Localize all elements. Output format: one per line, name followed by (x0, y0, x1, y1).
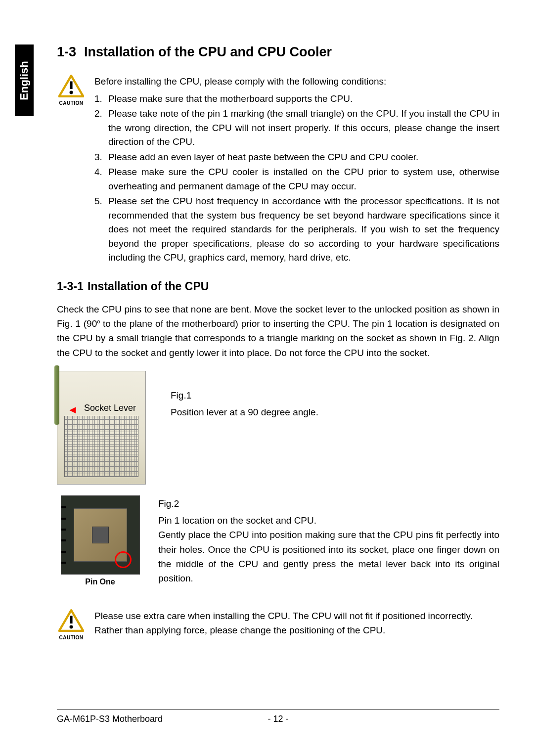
condition-item: 1.Please make sure that the motherboard … (94, 92, 499, 106)
svg-point-5 (70, 625, 73, 629)
caution-block-2: CAUTION Please use extra care when insta… (57, 609, 499, 640)
svg-rect-1 (70, 81, 72, 89)
footer-title: GA-M61P-S3 Motherboard (57, 714, 163, 724)
figure-2-caption: Fig.2 Pin 1 location on the socket and C… (158, 495, 499, 586)
caution-label-1: CAUTION (57, 100, 86, 106)
arrow-left-icon: ◄ (67, 403, 78, 416)
page-footer: GA-M61P-S3 Motherboard - 12 - (57, 710, 499, 724)
figure-2-body: Gently place the CPU into position makin… (158, 528, 499, 586)
section-heading: 1-3Installation of the CPU and CPU Coole… (57, 44, 499, 60)
condition-item: 5.Please set the CPU host frequency in a… (94, 194, 499, 265)
caution-block-1: CAUTION Before installing the CPU, pleas… (57, 75, 499, 266)
cpu-diagram (61, 495, 140, 575)
pin-one-label: Pin One (57, 578, 143, 586)
socket-lever-label: Socket Lever (84, 403, 136, 413)
subsection-title-text: Installation of the CPU (88, 280, 209, 293)
socket-diagram: ◄ Socket Lever (57, 371, 146, 485)
caution-intro: Before installing the CPU, please comply… (94, 75, 499, 89)
caution-icon-wrap-2: CAUTION (57, 609, 86, 640)
condition-item: 3.Please add an even layer of heat paste… (94, 150, 499, 165)
figure-2-number: Fig.2 (158, 496, 499, 511)
caution-text-1: Before installing the CPU, please comply… (94, 75, 499, 266)
caution-icon (58, 75, 84, 97)
figure-1-number: Fig.1 (171, 388, 499, 402)
pin-grid-shape (64, 416, 138, 477)
figure-1-row: ◄ Socket Lever Fig.1 Position lever at a… (57, 371, 499, 485)
section-title-text: Installation of the CPU and CPU Cooler (84, 44, 332, 59)
cpu-die-shape (92, 527, 109, 543)
figure-1-text: Position lever at a 90 degree angle. (171, 405, 499, 419)
figure-1-caption: Fig.1 Position lever at a 90 degree angl… (171, 371, 499, 419)
svg-point-2 (70, 91, 73, 94)
pin-bars-shape (61, 502, 66, 568)
footer-page-number: - 12 - (267, 714, 288, 724)
figure-2-image: Pin One (57, 495, 143, 586)
figure-2-row: Pin One Fig.2 Pin 1 location on the sock… (57, 495, 499, 586)
socket-lever-shape (54, 365, 59, 425)
pin-one-marker-icon (115, 551, 132, 568)
svg-rect-4 (70, 616, 72, 624)
subsection-heading: 1-3-1Installation of the CPU (57, 280, 499, 293)
caution-icon-wrap: CAUTION (57, 75, 86, 106)
subsection-number: 1-3-1 (57, 280, 88, 293)
body-paragraph-1: Check the CPU pins to see that none are … (57, 302, 499, 360)
conditions-list: 1.Please make sure that the motherboard … (94, 92, 499, 265)
caution-text-2: Please use extra care when installing th… (94, 609, 499, 637)
section-number: 1-3 (57, 44, 84, 60)
condition-item: 2.Please take note of the pin 1 marking … (94, 107, 499, 149)
caution-icon (58, 609, 84, 632)
condition-item: 4.Please make sure the CPU cooler is ins… (94, 165, 499, 193)
figure-2-text: Pin 1 location on the socket and CPU. (158, 513, 499, 528)
caution-label-2: CAUTION (57, 635, 86, 640)
figure-1-image: ◄ Socket Lever (57, 371, 156, 485)
